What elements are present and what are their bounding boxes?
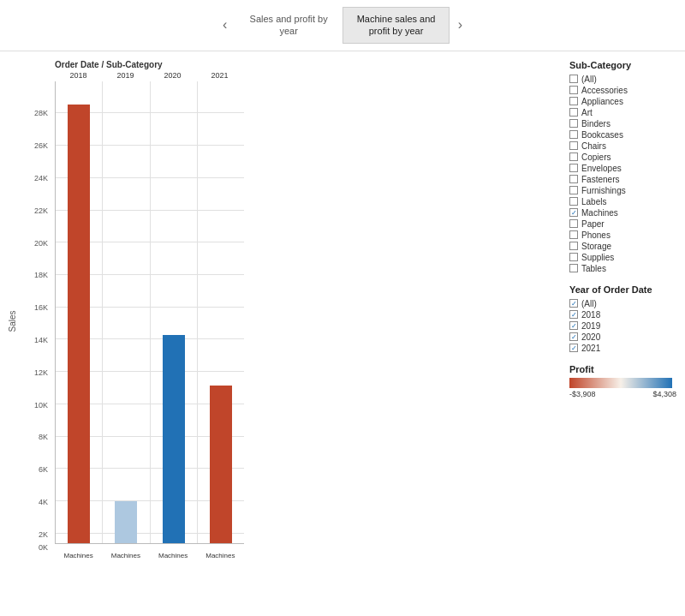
y-label-14k: 14K — [34, 336, 48, 344]
checkbox-paper[interactable] — [569, 219, 578, 228]
filter-labels[interactable]: Labels — [569, 196, 676, 207]
next-arrow[interactable]: › — [450, 11, 470, 39]
filter-phones[interactable]: Phones — [569, 230, 676, 241]
filter-machines[interactable]: ✓ Machines — [569, 207, 676, 218]
label-phones: Phones — [581, 230, 611, 240]
year-group-2018 — [56, 81, 103, 543]
year-2020[interactable]: ✓ 2020 — [569, 332, 676, 343]
filter-tables[interactable]: Tables — [569, 263, 676, 274]
filter-paper[interactable]: Paper — [569, 218, 676, 230]
subcategory-title: Sub-Category — [569, 60, 676, 70]
y-label-26k: 26K — [34, 141, 48, 150]
label-art: Art — [581, 108, 593, 117]
label-copiers: Copiers — [581, 153, 611, 162]
filter-appliances[interactable]: Appliances — [569, 96, 676, 107]
checkbox-year-2021[interactable]: ✓ — [569, 344, 578, 352]
filter-fasteners[interactable]: Fasteners — [569, 174, 676, 185]
filter-furnishings[interactable]: Furnishings — [569, 185, 676, 196]
checkbox-envelopes[interactable] — [569, 164, 578, 172]
label-all: (All) — [581, 75, 597, 84]
label-bookcases: Bookcases — [581, 130, 623, 140]
checkbox-phones[interactable] — [569, 230, 578, 239]
chart-axis-title: Order Date / Sub-Category — [55, 60, 163, 69]
checkbox-appliances[interactable] — [569, 97, 578, 105]
year-filter: Year of Order Date ✓ (All) ✓ 2018 ✓ 2019… — [569, 284, 676, 354]
checkbox-tables[interactable] — [569, 264, 578, 272]
y-label-4k: 4K — [39, 498, 48, 506]
label-appliances: Appliances — [581, 97, 623, 106]
y-label-22k: 22K — [34, 206, 48, 215]
checkbox-year-2020[interactable]: ✓ — [569, 332, 578, 341]
filter-accessories[interactable]: Accessories — [569, 85, 676, 96]
year-2019[interactable]: ✓ 2019 — [569, 320, 676, 332]
filter-art[interactable]: Art — [569, 107, 676, 118]
y-label-2k: 2K — [39, 530, 48, 539]
checkbox-labels[interactable] — [569, 197, 578, 206]
sidebar: Sub-Category (All) Accessories Appliance… — [565, 51, 685, 616]
checkbox-fasteners[interactable] — [569, 175, 578, 183]
label-chairs: Chairs — [581, 141, 606, 151]
checkbox-chairs[interactable] — [569, 141, 578, 150]
y-label-24k: 24K — [34, 174, 48, 182]
year-title: Year of Order Date — [569, 284, 676, 295]
prev-arrow[interactable]: ‹ — [215, 11, 235, 39]
y-label-12k: 12K — [34, 368, 48, 377]
y-axis-label: Sales — [8, 310, 17, 332]
filter-storage[interactable]: Storage — [569, 241, 676, 252]
tab-machine-sales[interactable]: Machine sales andprofit by year — [342, 7, 450, 44]
checkbox-year-all[interactable]: ✓ — [569, 299, 578, 308]
y-label-16k: 16K — [34, 303, 48, 312]
label-binders: Binders — [581, 119, 611, 129]
checkbox-binders[interactable] — [569, 119, 578, 128]
checkbox-supplies[interactable] — [569, 253, 578, 261]
checkbox-furnishings[interactable] — [569, 186, 578, 194]
top-navigation: ‹ Sales and profit byyear Machine sales … — [0, 0, 685, 51]
bar-2020-machines — [163, 335, 185, 543]
checkbox-machines[interactable]: ✓ — [569, 208, 578, 217]
chart-area: Order Date / Sub-Category 2018 2019 2020… — [0, 51, 565, 616]
year-all[interactable]: ✓ (All) — [569, 298, 676, 309]
label-envelopes: Envelopes — [581, 164, 622, 173]
x-label-2020: Machines — [150, 552, 197, 559]
x-year-2019: 2019 — [102, 71, 149, 80]
filter-supplies[interactable]: Supplies — [569, 252, 676, 263]
label-year-2019: 2019 — [581, 321, 600, 331]
year-2021[interactable]: ✓ 2021 — [569, 343, 676, 354]
filter-all[interactable]: (All) — [569, 74, 676, 85]
tab-sales-profit[interactable]: Sales and profit byyear — [235, 7, 342, 44]
checkbox-copiers[interactable] — [569, 153, 578, 161]
x-year-2021: 2021 — [196, 71, 243, 80]
label-fasteners: Fasteners — [581, 175, 619, 184]
filter-copiers[interactable]: Copiers — [569, 152, 676, 163]
y-label-28k: 28K — [34, 109, 48, 117]
profit-title: Profit — [569, 364, 676, 374]
filter-chairs[interactable]: Chairs — [569, 141, 676, 152]
filter-bookcases[interactable]: Bookcases — [569, 129, 676, 141]
profit-min: -$3,908 — [569, 390, 596, 398]
checkbox-year-2019[interactable]: ✓ — [569, 321, 578, 330]
label-tables: Tables — [581, 264, 606, 273]
subcategory-filter: Sub-Category (All) Accessories Appliance… — [569, 60, 676, 274]
y-label-0k: 0K — [39, 543, 48, 552]
checkbox-accessories[interactable] — [569, 86, 578, 94]
year-group-2020 — [151, 81, 198, 543]
checkbox-bookcases[interactable] — [569, 130, 578, 139]
year-2018[interactable]: ✓ 2018 — [569, 309, 676, 320]
y-label-10k: 10K — [34, 401, 48, 410]
bar-2019-machines — [115, 501, 137, 543]
label-storage: Storage — [581, 242, 611, 251]
y-label-20k: 20K — [34, 239, 48, 248]
filter-envelopes[interactable]: Envelopes — [569, 163, 676, 174]
bar-2018-machines — [68, 105, 90, 543]
filter-binders[interactable]: Binders — [569, 118, 676, 129]
x-label-2019: Machines — [102, 552, 149, 559]
checkbox-all[interactable] — [569, 75, 578, 83]
checkbox-year-2018[interactable]: ✓ — [569, 310, 578, 319]
checkbox-storage[interactable] — [569, 242, 578, 250]
x-label-2018: Machines — [55, 552, 102, 559]
bar-2021-machines — [210, 386, 232, 542]
checkbox-art[interactable] — [569, 108, 578, 117]
label-labels: Labels — [581, 197, 606, 206]
label-year-2018: 2018 — [581, 310, 600, 320]
label-accessories: Accessories — [581, 86, 628, 95]
